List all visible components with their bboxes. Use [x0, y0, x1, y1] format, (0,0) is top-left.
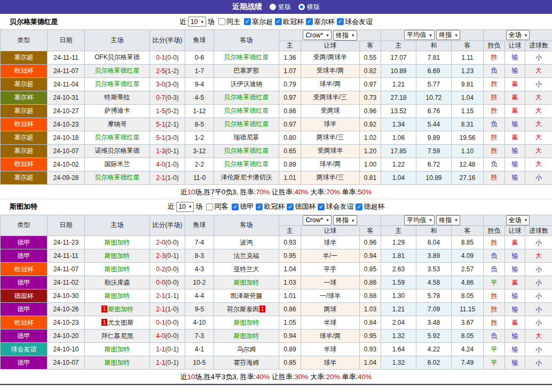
red-card-icon: 1	[259, 305, 265, 312]
avg-away-cell: 4.86	[452, 276, 484, 289]
league-filter-label: 德甲	[240, 202, 254, 211]
handicap-result-cell: 输	[505, 263, 525, 276]
summary-text: 40%	[295, 188, 309, 196]
avg-away-cell: 12.48	[452, 158, 484, 171]
avg-home-cell: 17.07	[381, 51, 416, 64]
league-filter-checkbox[interactable]: ✓德国杯	[287, 202, 316, 211]
bookmaker-select[interactable]: Crow*▾	[303, 30, 331, 40]
result-cell: 负	[484, 263, 505, 276]
league-filter-checkbox[interactable]: ✓德甲	[232, 202, 254, 211]
home-team-cell: 诺维贝尔格莱德	[85, 144, 150, 158]
match-row: 塞尔超 24-09-28 贝尔格莱德红星 2-1(1-0) 11-0 泽伦斯尼卡…	[1, 171, 552, 184]
league-filter-checkbox[interactable]: ✓塞尔超	[244, 17, 273, 27]
goals-result-cell: 大	[525, 249, 552, 263]
radio-horizontal-layout[interactable]: 横版	[298, 3, 320, 12]
average-stage-select[interactable]: 终指▾	[436, 215, 460, 225]
league-filter-label: 欧冠杯	[283, 17, 304, 27]
column-header: 角球	[185, 215, 214, 236]
away-odds-cell: 0.97	[360, 77, 381, 91]
avg-home-cell: 2.63	[381, 263, 416, 276]
result-cell: 胜	[484, 51, 505, 64]
league-badge: 欧冠杯	[1, 316, 48, 330]
summary-text: 大率:	[309, 373, 326, 381]
corner-cell: 7-3	[185, 330, 214, 343]
team-name: 斯图加特	[10, 202, 37, 211]
league-badge: 球会友谊	[1, 343, 48, 356]
avg-away-cell: 2.57	[452, 263, 484, 276]
away-team-cell: 贝尔格莱德红星	[214, 51, 279, 64]
radio-selected-icon	[298, 4, 305, 10]
scope-select-header: 全场▾	[484, 215, 552, 226]
odds-stage-select[interactable]: 终指▾	[333, 30, 357, 41]
corner-cell: 4-5	[185, 91, 214, 104]
checkbox-checked-icon: ✓	[356, 203, 362, 210]
corner-cell: 4-1	[185, 343, 214, 356]
away-odds-cell: 0.94	[360, 249, 381, 263]
league-filter-checkbox[interactable]: ✓欧冠杯	[256, 202, 285, 211]
match-date: 24-09-28	[48, 171, 85, 184]
same-venue-checkbox[interactable]: 同客	[206, 202, 228, 211]
match-date: 24-10-23	[48, 316, 85, 330]
average-select[interactable]: 平均值▾	[404, 30, 435, 40]
column-header: 比分(半场)	[150, 30, 185, 51]
league-filter-label: 球会友谊	[345, 17, 373, 27]
league-filter-checkbox[interactable]: ✓欧冠杯	[275, 17, 304, 27]
handicap-cell: 受两球	[301, 104, 360, 117]
radio-vertical-layout[interactable]: 竖版	[270, 3, 291, 12]
average-select[interactable]: 平均值▾	[404, 215, 435, 225]
corner-cell: 1-12	[185, 104, 214, 117]
column-header: 客	[360, 226, 381, 236]
recent-count-select[interactable]: 10 ▾	[176, 202, 194, 212]
result-cell: 胜	[484, 104, 505, 117]
avg-draw-cell: 7.59	[416, 144, 452, 158]
away-odds-cell: 0.95	[360, 330, 381, 343]
scope-select[interactable]: 全场▾	[506, 30, 530, 40]
home-team-cell: 国际米兰	[85, 158, 150, 171]
away-team-cell: 斯图加特	[214, 276, 279, 289]
summary-text: 让胜率:	[270, 373, 294, 381]
avg-home-cell: 1.64	[381, 343, 416, 356]
match-row: 欧冠杯 24-10-02 国际米兰 4-0(1-0) 2-2 贝尔格莱德红星 0…	[1, 158, 552, 171]
average-stage-select[interactable]: 终指▾	[436, 30, 460, 40]
goals-result-cell: 大	[525, 104, 552, 117]
handicap-result-cell: 输	[505, 117, 525, 131]
league-filter-checkbox[interactable]: ✓球会友谊	[318, 202, 353, 211]
match-date: 24-10-07	[48, 356, 85, 370]
goals-result-cell: 小	[525, 236, 552, 249]
match-date: 24-10-27	[48, 104, 85, 117]
column-header: 主场	[85, 30, 150, 51]
bookmaker-select[interactable]: Crow*▾	[303, 215, 331, 225]
avg-home-cell: 1.30	[381, 289, 416, 303]
goals-result-cell: 大	[525, 158, 552, 171]
away-team-cell: 荷尔斯泰因1	[214, 303, 279, 316]
odds-stage-select[interactable]: 终指▾	[333, 215, 357, 225]
league-filter-checkbox[interactable]: ✓德超杯	[356, 202, 384, 211]
home-odds-cell: 1.07	[279, 64, 301, 77]
goals-result-cell: 小	[525, 289, 552, 303]
summary-text: 70%	[256, 188, 270, 196]
handicap-cell: 受球半/两	[301, 64, 360, 77]
column-header: 让球	[301, 41, 360, 51]
chevron-down-icon: ▾	[326, 33, 329, 38]
column-header: 客	[452, 41, 484, 51]
recent-count-select[interactable]: 10 ▾	[188, 17, 206, 27]
avg-home-cell: 10.89	[381, 64, 416, 77]
summary-text: 70%	[326, 188, 340, 196]
summary-text: 30%	[295, 373, 309, 381]
checkbox-unchecked-icon	[206, 203, 213, 210]
avg-draw-cell: 3.48	[416, 316, 452, 330]
checkbox-checked-icon: ✓	[232, 203, 239, 210]
summary-text: 大率:	[309, 188, 326, 196]
chevron-down-icon: ▾	[352, 218, 354, 223]
home-team-cell: 贝尔格莱德红星	[85, 131, 150, 144]
column-header: 主	[381, 41, 416, 51]
home-team-cell: 斯图加特	[85, 263, 150, 276]
away-team-cell: 乌尔姆	[214, 343, 279, 356]
scope-select[interactable]: 全场▾	[506, 215, 530, 225]
same-venue-checkbox[interactable]: 同主	[218, 17, 240, 27]
avg-home-cell: 1.04	[381, 171, 416, 184]
league-filter-checkbox[interactable]: ✓塞尔杯	[306, 17, 335, 27]
result-cell: 胜	[484, 171, 505, 184]
score-cell: 4-0(0-0)	[150, 330, 185, 343]
league-filter-checkbox[interactable]: ✓球会友谊	[337, 17, 373, 27]
